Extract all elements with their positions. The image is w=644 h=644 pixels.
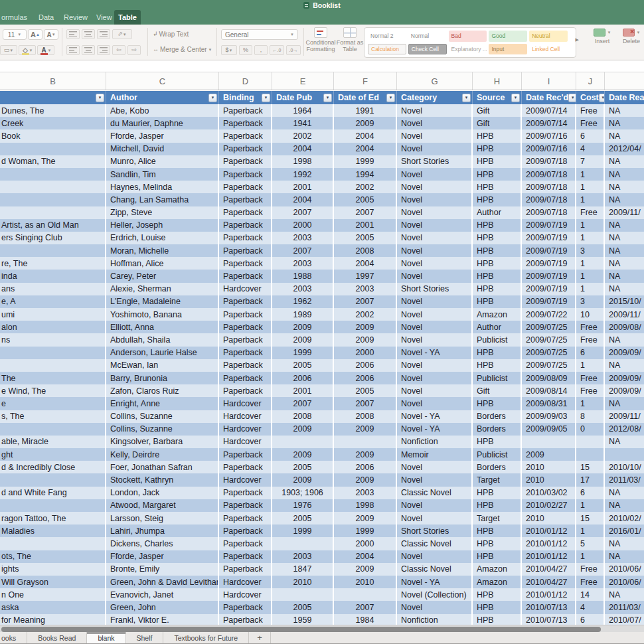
- cell[interactable]: 2007: [334, 397, 397, 410]
- cell[interactable]: Fforde, Jasper: [106, 550, 219, 563]
- cell[interactable]: 2001: [272, 384, 334, 397]
- cell[interactable]: [272, 588, 334, 601]
- cell[interactable]: 2009/07/25: [522, 333, 576, 346]
- filter-dropdown-icon[interactable]: ▼: [462, 94, 471, 102]
- cell[interactable]: HPB: [473, 487, 522, 499]
- cell[interactable]: 2009/07/19: [522, 244, 576, 257]
- cell[interactable]: London, Jack: [106, 487, 219, 499]
- cell[interactable]: HPB: [473, 155, 522, 168]
- cell[interactable]: Paperback: [219, 524, 272, 537]
- cell[interactable]: Novel: [397, 193, 473, 206]
- cell[interactable]: [0, 359, 106, 372]
- cell[interactable]: 2005: [334, 193, 397, 206]
- sheet-tab-textbooks-for-future[interactable]: Textbooks for Future: [163, 632, 249, 643]
- header-cell-binding[interactable]: Binding▼: [219, 91, 272, 104]
- cell[interactable]: HPB: [473, 397, 522, 410]
- cell[interactable]: Collins, Suzanne: [106, 410, 219, 423]
- cell[interactable]: Lahiri, Jhumpa: [106, 524, 219, 537]
- cell[interactable]: Evanovich, Janet: [106, 588, 219, 601]
- cell[interactable]: 2005: [272, 359, 334, 372]
- cell[interactable]: Novel: [397, 295, 473, 308]
- cell[interactable]: 1998: [334, 499, 397, 512]
- cell[interactable]: Enright, Anne: [106, 397, 219, 410]
- cell[interactable]: 2009/08/09: [522, 372, 576, 384]
- cell[interactable]: 1847: [272, 563, 334, 576]
- filter-dropdown-icon[interactable]: ▼: [323, 94, 332, 102]
- cell[interactable]: Paperback: [219, 143, 272, 155]
- cell[interactable]: 2009/09/: [605, 384, 644, 397]
- cell[interactable]: McEwan, Ian: [106, 359, 219, 372]
- cell[interactable]: HPB: [473, 588, 522, 601]
- cell[interactable]: ights: [0, 563, 106, 576]
- cell[interactable]: Dunes, The: [0, 104, 106, 117]
- cell[interactable]: Novel - YA: [397, 410, 473, 423]
- cell[interactable]: NA: [605, 181, 644, 193]
- cell[interactable]: 2010/01/12: [522, 588, 576, 601]
- cell[interactable]: 2000: [334, 537, 397, 550]
- cell[interactable]: 2009: [272, 333, 334, 346]
- cell[interactable]: [0, 193, 106, 206]
- cell[interactable]: 2009/11/: [605, 410, 644, 423]
- cell[interactable]: 2009/07/18: [522, 206, 576, 219]
- cell[interactable]: 1: [576, 359, 605, 372]
- delete-button[interactable]: ▼ Delete: [616, 29, 644, 44]
- cell[interactable]: Paperback: [219, 270, 272, 282]
- cell[interactable]: Kingsolver, Barbara: [106, 436, 219, 448]
- column-letter-j[interactable]: J: [576, 72, 605, 90]
- column-letter-d[interactable]: D: [219, 72, 272, 90]
- cell[interactable]: NA: [605, 487, 644, 499]
- cell[interactable]: HPB: [473, 129, 522, 142]
- cell[interactable]: Larsson, Steig: [106, 512, 219, 524]
- cell[interactable]: 2012/08/: [605, 423, 644, 436]
- cell[interactable]: 1999: [334, 155, 397, 168]
- cell[interactable]: Memoir: [397, 448, 473, 461]
- cell[interactable]: 2009/07/19: [522, 270, 576, 282]
- cell-style-normal[interactable]: Normal: [408, 31, 447, 42]
- column-letter[interactable]: [605, 72, 644, 90]
- cell[interactable]: 2004: [334, 257, 397, 270]
- cell[interactable]: HPB: [473, 537, 522, 550]
- header-cell-cost[interactable]: Cost▼: [576, 91, 605, 104]
- cell[interactable]: 2005: [272, 512, 334, 524]
- cell[interactable]: Paperback: [219, 333, 272, 346]
- cell[interactable]: 8: [576, 410, 605, 423]
- increase-font-button[interactable]: A▲: [28, 29, 42, 40]
- cell[interactable]: Paperback: [219, 359, 272, 372]
- cell[interactable]: Novel: [397, 181, 473, 193]
- cell[interactable]: Borders: [473, 423, 522, 436]
- decrease-indent-button[interactable]: ⇦: [112, 45, 125, 55]
- cell[interactable]: HPB: [473, 181, 522, 193]
- cell-style-calculation[interactable]: Calculation: [368, 44, 406, 55]
- cell[interactable]: 2005: [272, 461, 334, 473]
- filter-dropdown-icon[interactable]: ▼: [386, 94, 395, 102]
- cell-style-good[interactable]: Good: [489, 31, 527, 42]
- cell[interactable]: 1994: [334, 168, 397, 181]
- cell[interactable]: Novel: [397, 308, 473, 321]
- cell[interactable]: Abe, Kobo: [106, 104, 219, 117]
- cell[interactable]: 1941: [272, 117, 334, 129]
- cell[interactable]: 2010/06/: [605, 563, 644, 576]
- comma-format-button[interactable]: ,: [254, 45, 268, 55]
- cell[interactable]: 2000: [334, 347, 397, 359]
- cell[interactable]: NA: [605, 244, 644, 257]
- sheet-tab-shelf[interactable]: Shelf: [126, 632, 164, 643]
- cell[interactable]: 2007: [334, 206, 397, 219]
- cell[interactable]: Amazon: [473, 308, 522, 321]
- merge-center-button[interactable]: ↔ Merge & Center ▼: [153, 46, 212, 53]
- header-cell-category[interactable]: Category▼: [397, 91, 473, 104]
- cell[interactable]: 2010/07/13: [522, 601, 576, 613]
- cell[interactable]: 2009: [272, 321, 334, 333]
- cell[interactable]: 2012/04/: [605, 143, 644, 155]
- cell[interactable]: 2009: [334, 448, 397, 461]
- cell[interactable]: Publicist: [473, 448, 522, 461]
- cell[interactable]: 2008: [272, 410, 334, 423]
- cell[interactable]: Author: [473, 321, 522, 333]
- cell[interactable]: HPB: [473, 550, 522, 563]
- cell[interactable]: 1: [576, 257, 605, 270]
- cell[interactable]: Novel: [397, 270, 473, 282]
- filter-dropdown-icon[interactable]: ▼: [262, 94, 270, 102]
- cell[interactable]: Gift: [473, 384, 522, 397]
- cell[interactable]: Paperback: [219, 219, 272, 232]
- header-cell-date-rec-d[interactable]: Date Rec'd▼: [522, 91, 576, 104]
- ribbon-tab-ormulas[interactable]: ormulas: [0, 10, 31, 25]
